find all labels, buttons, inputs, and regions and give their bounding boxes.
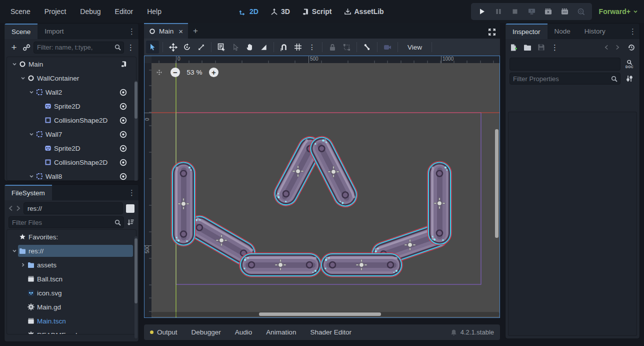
- scene-node-row-body[interactable]: Sprite2D: [44, 100, 129, 112]
- property-tools-icon[interactable]: [624, 73, 636, 85]
- ruler-tool[interactable]: [257, 41, 270, 54]
- scene-node-row[interactable]: Sprite2D: [7, 141, 136, 155]
- file-row[interactable]: Favorites:: [7, 230, 136, 244]
- add-node-button[interactable]: +: [8, 42, 20, 53]
- scene-node-row-body[interactable]: Wall2: [35, 86, 129, 98]
- mode-assetlib-button[interactable]: AssetLib: [344, 8, 384, 16]
- visibility-eye-icon[interactable]: [120, 131, 127, 138]
- visibility-eye-icon[interactable]: [120, 145, 127, 152]
- scene-node-row[interactable]: WallContainer: [7, 71, 136, 85]
- scene-node-row-body[interactable]: Main: [18, 58, 129, 70]
- nav-back-icon[interactable]: [8, 205, 13, 211]
- scene-canvas[interactable]: [152, 63, 500, 317]
- scale-tool[interactable]: [194, 41, 208, 54]
- tab-animation[interactable]: Animation: [266, 328, 296, 336]
- chevron-down-icon[interactable]: [28, 173, 35, 179]
- file-row[interactable]: assets: [7, 258, 136, 272]
- resource-options-icon[interactable]: ⋮: [551, 43, 558, 52]
- scene-node-row-body[interactable]: Wall8: [35, 170, 129, 181]
- pause-button[interactable]: [494, 7, 503, 16]
- center-view-icon[interactable]: [154, 69, 164, 76]
- chevron-down-icon[interactable]: [20, 75, 26, 81]
- tab-inspector[interactable]: Inspector: [506, 24, 548, 39]
- inspector-filter-input[interactable]: [510, 75, 611, 83]
- view-menu-button[interactable]: View: [402, 42, 428, 53]
- scene-node-row-body[interactable]: CollisionShape2D: [44, 114, 129, 126]
- grid-snap-icon[interactable]: [292, 41, 304, 54]
- select-tool[interactable]: [146, 41, 159, 54]
- chevron-down-icon[interactable]: [11, 248, 18, 254]
- zoom-out-button[interactable]: −: [170, 68, 180, 77]
- dock-menu-icon[interactable]: ⋮: [128, 188, 136, 197]
- list-select-tool[interactable]: [215, 41, 228, 54]
- tab-shader-editor[interactable]: Shader Editor: [310, 328, 352, 336]
- file-row-body[interactable]: README.md: [26, 329, 129, 334]
- expand-viewport-icon[interactable]: [488, 28, 496, 36]
- visibility-eye-icon[interactable]: [120, 173, 127, 180]
- tab-history[interactable]: History: [578, 24, 612, 39]
- close-tab-icon[interactable]: ×: [178, 27, 183, 36]
- mode-3d-button[interactable]: 3D: [270, 8, 290, 16]
- file-row[interactable]: Main.gd: [7, 300, 136, 314]
- scene-tab-main[interactable]: Main ×: [144, 23, 188, 39]
- menu-editor[interactable]: Editor: [110, 6, 139, 18]
- file-row[interactable]: res://: [7, 244, 136, 258]
- filesystem-path[interactable]: res://: [24, 202, 123, 214]
- group-icon[interactable]: [340, 41, 353, 54]
- camera-override-icon[interactable]: [381, 41, 394, 54]
- chevron-down-icon[interactable]: [28, 131, 35, 137]
- sort-files-icon[interactable]: [127, 219, 134, 226]
- stop-button[interactable]: [510, 7, 520, 16]
- new-scene-tab-button[interactable]: +: [188, 23, 203, 39]
- save-resource-icon[interactable]: [538, 44, 545, 51]
- scene-node-row[interactable]: Wall7: [7, 127, 136, 141]
- menu-help[interactable]: Help: [142, 6, 167, 18]
- visibility-eye-icon[interactable]: [120, 159, 127, 166]
- dock-menu-icon[interactable]: ⋮: [629, 27, 636, 36]
- visibility-eye-icon[interactable]: [120, 103, 127, 110]
- file-row-body[interactable]: Ball.tscn: [26, 273, 129, 285]
- skeleton-bone-icon[interactable]: [360, 41, 374, 54]
- menu-scene[interactable]: Scene: [5, 6, 36, 18]
- chevron-down-icon[interactable]: [11, 61, 18, 67]
- play-scene-button[interactable]: [544, 7, 552, 16]
- zoom-level-label[interactable]: 53 %: [180, 69, 209, 76]
- chevron-down-icon[interactable]: [28, 89, 35, 95]
- nav-forward-icon[interactable]: [16, 205, 20, 211]
- file-row[interactable]: Ball.tscn: [7, 272, 136, 286]
- scene-node-row-body[interactable]: WallContainer: [26, 72, 129, 84]
- history-back-icon[interactable]: [604, 45, 608, 50]
- scene-node-row[interactable]: Wall2: [7, 85, 136, 99]
- file-row[interactable]: README.md: [7, 328, 136, 334]
- scene-node-row[interactable]: CollisionShape2D: [7, 113, 136, 127]
- scene-filter-input[interactable]: [34, 44, 114, 51]
- filesystem-scrollbar[interactable]: [134, 236, 138, 338]
- pan-tool[interactable]: [243, 41, 256, 54]
- mode-script-button[interactable]: Script: [302, 8, 332, 16]
- mode-2d-button[interactable]: 2D: [239, 8, 258, 16]
- file-row[interactable]: icon.svg: [7, 286, 136, 300]
- chevron-right-icon[interactable]: [20, 262, 26, 268]
- scene-node-row[interactable]: Main: [7, 57, 136, 71]
- file-row-body[interactable]: Main.gd: [26, 301, 129, 313]
- file-row[interactable]: Main.tscn: [7, 314, 136, 328]
- scene-tree-options-icon[interactable]: ⋮: [127, 43, 134, 52]
- scene-tree-scrollbar[interactable]: [134, 81, 138, 181]
- history-forward-icon[interactable]: [616, 45, 620, 50]
- tab-import[interactable]: Import: [38, 24, 70, 39]
- tab-node[interactable]: Node: [548, 24, 578, 39]
- rotate-tool[interactable]: [180, 41, 194, 54]
- canvas-area[interactable]: − 53 % +: [152, 63, 500, 317]
- tab-filesystem[interactable]: FileSystem: [4, 185, 52, 200]
- new-resource-icon[interactable]: [510, 44, 518, 52]
- movie-maker-icon[interactable]: [576, 7, 586, 16]
- file-row-body[interactable]: res://: [18, 245, 133, 257]
- object-history-icon[interactable]: [628, 44, 636, 52]
- smart-snap-icon[interactable]: [278, 41, 290, 54]
- canvas-hscrollbar[interactable]: [152, 312, 500, 316]
- file-row-body[interactable]: icon.svg: [26, 287, 129, 299]
- scene-node-row[interactable]: Wall8: [7, 169, 136, 181]
- remote-debug-icon[interactable]: [527, 7, 536, 16]
- instance-scene-button[interactable]: [22, 44, 30, 52]
- tab-debugger[interactable]: Debugger: [192, 328, 221, 336]
